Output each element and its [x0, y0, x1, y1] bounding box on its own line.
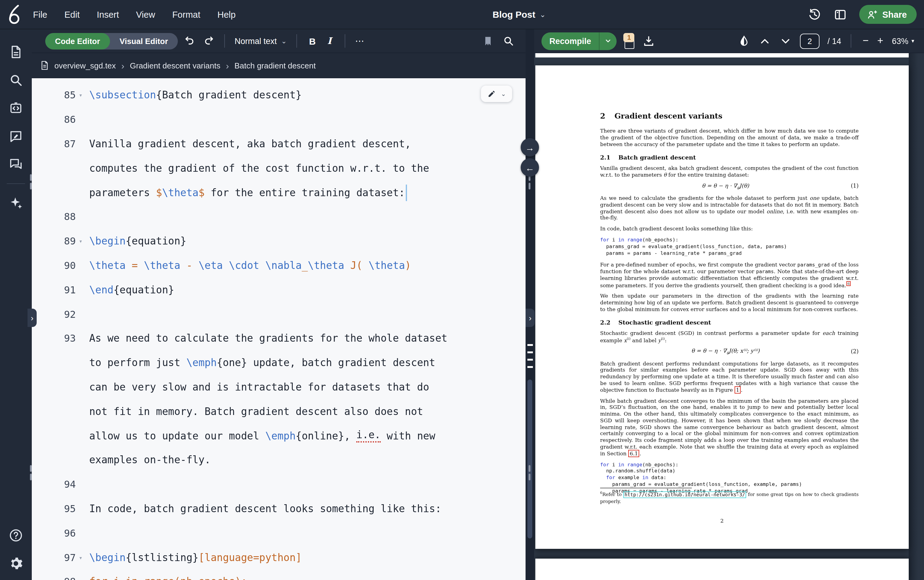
pdf-section-heading: 2Gradient descent variants: [600, 112, 859, 121]
fold-arrow-icon[interactable]: ▾: [76, 92, 86, 99]
editor-toolbar-right: [482, 35, 519, 47]
editor-search-icon[interactable]: [502, 35, 515, 47]
history-icon[interactable]: [807, 8, 821, 21]
resize-handle[interactable]: [30, 465, 32, 472]
editor-line[interactable]: parameters $\theta$ for the entire train…: [32, 180, 525, 205]
ai-assist-icon[interactable]: [8, 196, 23, 210]
editor-line[interactable]: 92: [32, 302, 525, 326]
editor-line[interactable]: 88: [32, 205, 525, 229]
undo-icon[interactable]: [184, 35, 196, 47]
move-left-button[interactable]: ←: [520, 158, 539, 176]
help-icon[interactable]: [8, 528, 23, 543]
editor-line[interactable]: 86: [32, 107, 525, 132]
pdf-internal-link[interactable]: 1: [735, 386, 741, 394]
editor-line[interactable]: 87Vanilla gradient descent, aka batch gr…: [32, 132, 525, 156]
project-name-menu[interactable]: Blog Post ⌄: [492, 0, 546, 29]
menu-edit[interactable]: Edit: [64, 10, 80, 19]
download-pdf-icon[interactable]: [642, 35, 656, 47]
menu-view[interactable]: View: [136, 10, 155, 19]
breadcrumb-file[interactable]: overview_sgd.tex: [54, 61, 116, 70]
editor-line[interactable]: 85▾\subsection{Batch gradient descent}: [32, 83, 525, 107]
editor-line[interactable]: allow us to update our model \emph{onlin…: [32, 423, 525, 448]
recompile-options-button[interactable]: [599, 32, 617, 50]
pdf-url-link[interactable]: http://cs231n.github.io/neural-networks-…: [623, 491, 746, 498]
editor-line[interactable]: not fit in memory. Batch gradient descen…: [32, 399, 525, 424]
editor-line[interactable]: 93As we need to calculate the gradients …: [32, 326, 525, 351]
file-tree-icon[interactable]: [8, 44, 23, 59]
symbol-panel-icon[interactable]: [8, 101, 23, 115]
scroll-cursor-marker: [527, 366, 533, 368]
pdf-toolbar: Recompile 1: [534, 29, 924, 53]
editor-scrollbar-thumb[interactable]: [527, 379, 532, 539]
edit-tools-widget[interactable]: ⌄: [481, 86, 512, 102]
page-count-label: / 14: [827, 36, 841, 46]
paragraph-style-dropdown[interactable]: Normal text ⌄: [235, 36, 287, 46]
search-icon[interactable]: [8, 73, 23, 87]
fold-arrow-icon[interactable]: ▾: [76, 554, 86, 561]
page-number-input[interactable]: [800, 33, 820, 49]
breadcrumb: overview_sgd.tex › Gradient descent vari…: [32, 53, 525, 78]
chat-icon[interactable]: [8, 157, 23, 172]
resize-handle[interactable]: [30, 174, 32, 181]
menu-file[interactable]: File: [33, 10, 47, 19]
menu-help[interactable]: Help: [217, 10, 236, 19]
resize-handle[interactable]: [30, 474, 32, 480]
breadcrumb-section[interactable]: Gradient descent variants: [130, 61, 220, 70]
bold-button[interactable]: B: [307, 36, 318, 46]
settings-gear-icon[interactable]: [8, 556, 23, 571]
bookmark-icon[interactable]: [482, 35, 494, 47]
pane-divider[interactable]: [525, 29, 534, 580]
editor-line[interactable]: 96: [32, 521, 525, 545]
page-down-icon[interactable]: [779, 35, 792, 47]
resize-handle[interactable]: [30, 183, 32, 189]
italic-button[interactable]: I: [324, 35, 335, 46]
redo-icon[interactable]: [202, 35, 214, 47]
resize-handle[interactable]: [529, 474, 530, 480]
overleaf-app: File Edit Insert View Format Help Blog P…: [0, 0, 924, 580]
editor-line[interactable]: 94: [32, 473, 525, 497]
scroll-cursor-marker: [527, 359, 533, 361]
editor-line[interactable]: 97▾\begin{lstlisting}[language=python]: [32, 545, 525, 570]
editor-line[interactable]: 98for i in range(nb_epochs):: [32, 570, 525, 580]
pdf-page-number: 2: [535, 517, 909, 524]
compile-log-button[interactable]: 1: [623, 33, 637, 49]
editor-line[interactable]: to perform just \emph{one} update, batch…: [32, 351, 525, 375]
menu-format[interactable]: Format: [172, 10, 201, 19]
editor-line[interactable]: examples on-the-fly.: [32, 448, 525, 473]
fold-arrow-icon[interactable]: ▾: [76, 238, 86, 244]
pdf-internal-link[interactable]: 6: [847, 281, 851, 286]
main-area: Code Editor Visual Editor Normal text ⌄ …: [0, 29, 924, 580]
page-up-icon[interactable]: [758, 35, 771, 47]
overleaf-logo-icon[interactable]: [6, 4, 25, 25]
pdf-equation: θ = θ − η · ∇θJ(θ)(1): [600, 183, 859, 190]
pdf-internal-link[interactable]: 6.1: [628, 450, 639, 457]
more-tools-button[interactable]: ⋯: [355, 35, 366, 46]
editor-line[interactable]: 90\theta = \theta - \eta \cdot \nabla_\t…: [32, 253, 525, 278]
breadcrumb-subsection[interactable]: Batch gradient descent: [234, 61, 316, 70]
layout-icon[interactable]: [833, 8, 847, 21]
pdf-paragraph: For a pre-defined number of epochs, we f…: [600, 261, 859, 288]
share-button[interactable]: Share: [859, 5, 917, 24]
recompile-button[interactable]: Recompile: [542, 32, 599, 50]
editor-line[interactable]: 89▾\begin{equation}: [32, 229, 525, 254]
move-right-button[interactable]: →: [520, 138, 539, 157]
editor-line[interactable]: 91\end{equation}: [32, 278, 525, 302]
zoom-level-dropdown[interactable]: 63% ▾: [892, 36, 914, 46]
code-editor-area[interactable]: 85▾\subsection{Batch gradient descent}86…: [32, 78, 525, 580]
zoom-in-button[interactable]: +: [877, 35, 883, 47]
editor-line[interactable]: 95In code, batch gradient descent looks …: [32, 497, 525, 521]
expand-pdf-chevron-icon[interactable]: ›: [525, 309, 535, 327]
open-file-tree-chevron-icon[interactable]: ›: [28, 309, 37, 327]
editor-line[interactable]: computes the gradient of the cost functi…: [32, 156, 525, 181]
resize-handle[interactable]: [529, 465, 530, 472]
resize-handle[interactable]: [529, 183, 530, 189]
editor-line[interactable]: can be very slow and is intractable for …: [32, 375, 525, 399]
code-editor-toggle[interactable]: Code Editor: [45, 33, 110, 49]
visual-editor-toggle[interactable]: Visual Editor: [110, 33, 178, 49]
zoom-out-button[interactable]: −: [863, 35, 869, 47]
pdf-viewer[interactable]: 2Gradient descent variantsThere are thre…: [534, 53, 924, 580]
review-icon[interactable]: [8, 129, 23, 143]
contrast-toggle-icon[interactable]: [738, 35, 751, 47]
menu-insert[interactable]: Insert: [97, 10, 119, 19]
toolbar-separator: [296, 34, 297, 48]
